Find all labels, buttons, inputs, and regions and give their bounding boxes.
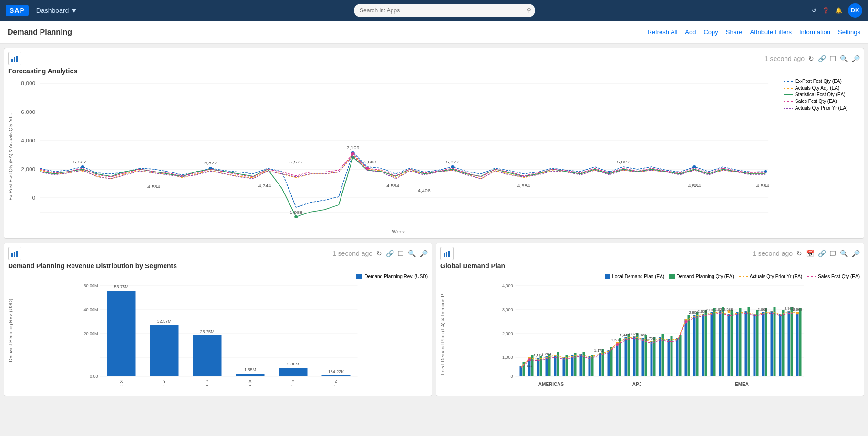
share-button[interactable]: Share <box>726 29 743 36</box>
svg-text:5,827: 5,827 <box>204 161 217 165</box>
svg-text:X: X <box>120 379 123 384</box>
refresh-icon[interactable]: ↻ <box>808 55 814 62</box>
timestamp-left: 1 second ago <box>332 250 372 257</box>
svg-text:Y: Y <box>291 379 294 384</box>
svg-rect-101 <box>546 356 548 376</box>
zoom-in-icon[interactable]: 🔍 <box>840 55 848 62</box>
notification-icon[interactable]: 🔔 <box>835 7 842 14</box>
svg-rect-129 <box>668 339 670 376</box>
zoom-in-icon-left[interactable]: 🔍 <box>408 250 416 257</box>
left-chart-area: Demand Planning Rev. (USD) Demand Planni… <box>8 274 428 387</box>
page-title: Demand Planning <box>8 28 72 37</box>
link-icon[interactable]: 🔗 <box>818 55 826 62</box>
svg-text:6,000: 6,000 <box>21 110 35 115</box>
panel-chart-icon-left[interactable] <box>8 247 21 260</box>
timestamp-right: 1 second ago <box>753 250 793 257</box>
svg-rect-61 <box>193 335 222 376</box>
svg-rect-1 <box>14 57 15 62</box>
svg-rect-160 <box>799 308 802 376</box>
top-chart-title: Forecasting Analytics <box>8 67 860 75</box>
svg-rect-143 <box>728 314 730 376</box>
svg-point-18 <box>607 171 610 173</box>
svg-text:184.22K: 184.22K <box>328 369 344 374</box>
svg-rect-159 <box>796 312 799 376</box>
expand-icon-left[interactable]: ❐ <box>398 250 404 257</box>
svg-text:2,968: 2,968 <box>793 307 803 312</box>
top-chart-legend: Ex-Post Fcst Qty (EA) Actuals Qty Adj. (… <box>784 79 860 234</box>
svg-rect-53 <box>107 291 136 376</box>
refresh-icon-right[interactable]: ↻ <box>796 250 802 257</box>
svg-rect-132 <box>679 335 682 376</box>
svg-text:EMEA: EMEA <box>735 382 749 387</box>
refresh-icon-left[interactable]: ↻ <box>376 250 382 257</box>
svg-rect-115 <box>608 350 610 376</box>
svg-text:1.55M: 1.55M <box>244 367 256 372</box>
right-chart-area: Local Demand Plan (EA) & Demand P... Loc… <box>440 274 860 392</box>
page-actions: Refresh All Add Copy Share Attribute Fil… <box>647 29 860 36</box>
link-icon-right[interactable]: 🔗 <box>818 250 826 257</box>
dashboard-menu[interactable]: Dashboard ▼ <box>36 7 77 14</box>
svg-rect-153 <box>771 311 773 376</box>
svg-rect-131 <box>676 338 679 376</box>
svg-text:0: 0 <box>32 195 36 201</box>
left-chart-title: Demand Planning Revenue Distribution by … <box>8 262 428 270</box>
zoom-out-icon-left[interactable]: 🔎 <box>420 250 428 257</box>
add-button[interactable]: Add <box>685 29 696 36</box>
revenue-distribution-panel: 1 second ago ↻ 🔗 ❐ 🔍 🔎 Demand Planning R… <box>4 243 432 396</box>
legend-sales-fcst-line-icon <box>807 276 816 277</box>
avatar[interactable]: DK <box>848 3 862 18</box>
svg-rect-118 <box>619 338 621 376</box>
svg-text:1,988: 1,988 <box>289 210 302 215</box>
expand-icon-right[interactable]: ❐ <box>830 250 836 257</box>
information-button[interactable]: Information <box>799 29 830 36</box>
copy-button[interactable]: Copy <box>703 29 718 36</box>
left-chart-svg: Demand Planning Rev. (USD) 60.00M 40.00M… <box>15 274 428 387</box>
svg-rect-139 <box>711 312 713 376</box>
history-icon[interactable]: ↺ <box>812 7 816 14</box>
zoom-out-icon[interactable]: 🔎 <box>852 55 860 62</box>
expand-icon[interactable]: ❐ <box>830 55 836 62</box>
svg-text:C: C <box>334 384 338 386</box>
svg-point-24 <box>351 152 354 155</box>
svg-point-20 <box>764 170 767 173</box>
svg-text:60.00M: 60.00M <box>83 284 98 288</box>
sap-logo[interactable]: SAP <box>6 5 29 16</box>
panel-chart-icon[interactable] <box>8 52 21 65</box>
panel-chart-icon-right[interactable] <box>440 247 454 260</box>
svg-text:2,000: 2,000 <box>21 167 35 172</box>
main-content: 1 second ago ↻ 🔗 ❐ 🔍 🔎 Forecasting Analy… <box>0 44 868 436</box>
search-icon[interactable]: ⚲ <box>527 7 531 14</box>
svg-rect-125 <box>651 341 653 376</box>
svg-rect-155 <box>779 314 782 376</box>
svg-point-14 <box>81 165 84 168</box>
svg-rect-151 <box>762 312 765 376</box>
search-input[interactable] <box>354 4 535 17</box>
svg-rect-123 <box>642 338 644 376</box>
svg-rect-107 <box>571 355 574 376</box>
link-icon-left[interactable]: 🔗 <box>386 250 394 257</box>
zoom-in-icon-right[interactable]: 🔍 <box>840 250 848 257</box>
panel-toolbar: 1 second ago ↻ 🔗 ❐ 🔍 🔎 <box>765 55 860 62</box>
panel-header-right: 1 second ago ↻ 📅 🔗 ❐ 🔍 🔎 <box>440 247 860 260</box>
svg-rect-136 <box>696 312 699 376</box>
bottom-panels: 1 second ago ↻ 🔗 ❐ 🔍 🔎 Demand Planning R… <box>4 243 864 400</box>
zoom-out-icon-right[interactable]: 🔎 <box>852 250 860 257</box>
svg-point-25 <box>365 167 369 170</box>
help-icon[interactable]: ❓ <box>822 7 829 14</box>
settings-button[interactable]: Settings <box>838 29 860 36</box>
svg-text:X: X <box>248 379 251 384</box>
attribute-filters-button[interactable]: Attribute Filters <box>750 29 792 36</box>
svg-rect-57 <box>150 325 179 376</box>
calendar-icon-right[interactable]: 📅 <box>806 250 814 257</box>
legend-actuals-line-icon <box>739 276 748 277</box>
panel-header-left: 1 second ago ↻ 🔗 ❐ 🔍 🔎 <box>8 247 428 260</box>
svg-text:2,000: 2,000 <box>502 331 513 336</box>
svg-text:4,000: 4,000 <box>502 284 513 288</box>
refresh-all-button[interactable]: Refresh All <box>647 29 677 36</box>
svg-rect-130 <box>671 336 673 376</box>
y-axis-label: Ex-Post Fcst Qty (EA) & Actuals Qty Ad..… <box>8 113 13 200</box>
svg-text:1,172: 1,172 <box>594 348 604 353</box>
panel-header: 1 second ago ↻ 🔗 ❐ 🔍 🔎 <box>8 52 860 65</box>
svg-text:4,584: 4,584 <box>756 183 769 188</box>
svg-rect-138 <box>705 310 707 376</box>
